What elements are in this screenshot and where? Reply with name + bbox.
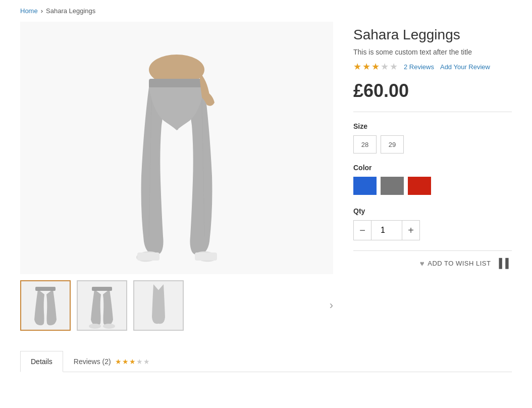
wishlist-label: ADD TO WISH LIST — [428, 260, 491, 267]
tab-reviews[interactable]: Reviews (2) ★ ★ ★ ★ ★ — [63, 351, 161, 372]
breadcrumb-current: Sahara Leggings — [46, 7, 95, 15]
compare-icon[interactable]: ▌▌ — [499, 258, 512, 269]
thumbnails-next[interactable]: › — [330, 299, 333, 312]
qty-increase[interactable]: + — [402, 220, 420, 240]
size-btn-29[interactable]: 29 — [381, 135, 404, 154]
add-review-link[interactable]: Add Your Review — [440, 63, 490, 71]
wishlist-button[interactable]: ♥ ADD TO WISH LIST — [420, 259, 491, 268]
thumbnail-1[interactable] — [20, 280, 71, 331]
breadcrumb: Home › Sahara Leggings — [0, 0, 532, 22]
tab-star-1: ★ — [115, 358, 122, 366]
color-section: Color — [353, 164, 512, 195]
product-layout: › Sahara Leggings This is some custom te… — [0, 22, 532, 351]
size-btn-28[interactable]: 28 — [353, 135, 377, 154]
svg-point-11 — [103, 324, 115, 329]
svg-rect-8 — [35, 287, 56, 291]
tab-reviews-label: Reviews (2) — [74, 358, 111, 366]
svg-rect-9 — [92, 287, 112, 291]
tab-details-label: Details — [31, 358, 52, 366]
star-3: ★ — [371, 61, 380, 72]
product-images: › — [20, 22, 333, 331]
color-swatch-blue[interactable] — [353, 177, 377, 195]
product-title: Sahara Leggings — [353, 27, 512, 43]
size-section: Size 28 29 — [353, 122, 512, 154]
star-4: ★ — [381, 61, 389, 72]
tab-star-2: ★ — [122, 358, 129, 366]
color-swatch-red[interactable] — [408, 177, 431, 195]
svg-point-10 — [89, 324, 101, 329]
breadcrumb-separator: › — [41, 7, 43, 15]
thumbnail-2[interactable] — [77, 280, 127, 331]
star-2: ★ — [362, 61, 370, 72]
svg-rect-3 — [137, 252, 159, 261]
tabs-section: Details Reviews (2) ★ ★ ★ ★ ★ — [0, 351, 532, 392]
wishlist-row: ♥ ADD TO WISH LIST ▌▌ — [353, 250, 512, 276]
qty-controls: − + — [353, 220, 512, 240]
size-label: Size — [353, 122, 512, 130]
product-image-svg — [101, 24, 252, 272]
tab-star-4: ★ — [136, 358, 143, 366]
qty-decrease[interactable]: − — [353, 220, 371, 240]
rating-row: ★ ★ ★ ★ ★ 2 Reviews Add Your Review — [353, 61, 512, 72]
qty-section: Qty − + — [353, 207, 512, 240]
heart-icon: ♥ — [420, 259, 424, 268]
color-options — [353, 177, 512, 195]
svg-rect-5 — [195, 252, 217, 261]
size-options: 28 29 — [353, 135, 512, 154]
star-rating: ★ ★ ★ ★ ★ — [353, 61, 398, 72]
qty-label: Qty — [353, 207, 512, 215]
thumbnail-3[interactable] — [133, 280, 184, 331]
breadcrumb-home[interactable]: Home — [20, 7, 38, 15]
star-5: ★ — [390, 61, 398, 72]
main-image — [20, 22, 333, 274]
product-info: Sahara Leggings This is some custom text… — [353, 22, 512, 276]
product-price: £60.00 — [353, 80, 512, 101]
star-1: ★ — [353, 61, 361, 72]
product-subtitle: This is some custom text after the title — [353, 48, 512, 56]
qty-input[interactable] — [371, 220, 402, 240]
color-label: Color — [353, 164, 512, 172]
tab-details[interactable]: Details — [20, 351, 63, 372]
color-swatch-gray[interactable] — [381, 177, 404, 195]
reviews-link[interactable]: 2 Reviews — [404, 63, 434, 71]
tab-review-stars: ★ ★ ★ ★ ★ — [115, 358, 150, 366]
thumbnails: › — [20, 280, 333, 331]
tab-star-5: ★ — [143, 358, 150, 366]
tab-star-3: ★ — [129, 358, 136, 366]
tabs-header: Details Reviews (2) ★ ★ ★ ★ ★ — [20, 351, 512, 372]
price-divider — [353, 112, 512, 112]
